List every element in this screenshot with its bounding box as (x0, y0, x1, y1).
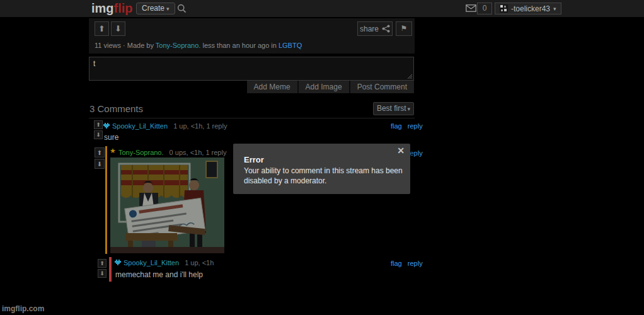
flag-meme-button[interactable]: ⚑ (396, 21, 412, 36)
nesting-bar-level1 (105, 146, 107, 254)
comment-meta: 1 up, <1h (185, 259, 214, 266)
page: imgflip Create▾ 0 -toelicker43 ▾ ⬆ ⬇ (0, 0, 644, 315)
comment-links: flag reply (387, 122, 423, 130)
reply-comment-link[interactable]: reply (408, 122, 423, 130)
flag-comment-link[interactable]: flag (391, 260, 402, 267)
comment-text: memechat me and i'll help (115, 270, 203, 279)
flag-comment-link[interactable]: flag (391, 122, 402, 130)
message-count-badge[interactable]: 0 (477, 3, 492, 14)
reply-meme-image[interactable] (110, 158, 224, 253)
user-avatar (500, 4, 508, 13)
op-username-link[interactable]: Tony-Soprano. (118, 149, 164, 156)
meme-info-line: 11 views · Made by Tony-Soprano. less th… (95, 42, 302, 49)
comment-actions: Add Meme Add Image Post Comment (89, 81, 414, 93)
flag-icon: ⚑ (401, 24, 408, 33)
views-count: 11 views (95, 42, 121, 49)
comment-downvote-button[interactable]: ⬇ (98, 269, 106, 278)
error-dialog-message: Your ability to comment in this stream h… (244, 166, 403, 186)
made-by-label: Made by (127, 42, 154, 49)
meme-meta-box: ⬆ ⬇ share ⚑ 11 views · Made by Tony-Sopr… (89, 18, 415, 54)
site-watermark: imgflip.com (2, 304, 44, 313)
mail-icon[interactable] (466, 4, 476, 12)
downvote-meme-button[interactable]: ⬇ (111, 21, 125, 36)
sort-label: Best first (377, 104, 406, 113)
nesting-bar-level2 (109, 257, 112, 282)
chevron-down-icon: ▾ (408, 106, 411, 112)
chevron-down-icon: ▾ (553, 6, 556, 12)
comment-upvote-button[interactable]: ⬆ (94, 120, 103, 129)
commenter-avatar[interactable] (103, 122, 110, 129)
comments-count-title: 3 Comments (89, 103, 143, 114)
comment-text: sure (104, 133, 118, 142)
commenter-avatar[interactable] (114, 259, 122, 266)
create-button[interactable]: Create▾ (136, 3, 175, 14)
comment-meta: 1 up, <1h, 1 reply (173, 122, 227, 130)
logo-img-text: img (91, 1, 114, 15)
up-arrow-icon: ⬆ (100, 260, 105, 266)
post-comment-button[interactable]: Post Comment (349, 81, 414, 93)
commenter-username-link[interactable]: Spooky_Lil_Kitten (112, 122, 168, 130)
down-arrow-icon: ⬇ (115, 24, 122, 33)
comment-upvote-button[interactable]: ⬆ (98, 259, 106, 268)
reply-meta: 0 ups, <1h, 1 reply (170, 149, 227, 156)
chevron-down-icon: ▾ (166, 6, 170, 12)
username-label: -toelicker43 (511, 4, 550, 13)
stream-link[interactable]: LGBTQ (279, 42, 302, 49)
error-dialog: ✕ Error Your ability to comment in this … (233, 144, 410, 194)
close-icon[interactable]: ✕ (397, 146, 405, 156)
commenter-username-link[interactable]: Spooky_Lil_Kitten (124, 259, 179, 266)
share-icon (382, 25, 390, 33)
down-arrow-icon: ⬇ (100, 270, 105, 277)
comment-header: Spooky_Lil_Kitten 1 up, <1h, 1 reply (112, 122, 227, 130)
comment-links: flag reply (387, 260, 423, 267)
share-button-label: share (360, 25, 379, 33)
comment-header: Spooky_Lil_Kitten 1 up, <1h (124, 259, 214, 266)
sort-comments-dropdown[interactable]: Best first▾ (373, 102, 414, 115)
share-button[interactable]: share (357, 21, 393, 36)
up-arrow-icon: ⬆ (96, 122, 101, 128)
logo-flip-text: flip (114, 1, 133, 15)
create-button-label: Create (142, 4, 164, 13)
imgflip-logo[interactable]: imgflip (91, 1, 133, 16)
down-arrow-icon: ⬇ (96, 132, 101, 138)
add-image-button[interactable]: Add Image (297, 81, 349, 93)
up-arrow-icon: ⬆ (97, 149, 102, 156)
top-nav: imgflip Create▾ 0 -toelicker43 ▾ (0, 0, 644, 17)
search-icon[interactable] (177, 4, 187, 13)
upvote-meme-button[interactable]: ⬆ (95, 21, 109, 36)
timestamp-label: less than an hour ago in (202, 42, 276, 49)
reply-downvote-button[interactable]: ⬇ (95, 159, 105, 169)
dot-separator: · (123, 42, 125, 49)
add-meme-button[interactable]: Add Meme (247, 81, 297, 93)
down-arrow-icon: ⬇ (97, 161, 102, 168)
reply-upvote-button[interactable]: ⬆ (95, 147, 105, 158)
reply-comment-link[interactable]: reply (408, 260, 423, 267)
comment-input[interactable] (89, 57, 414, 81)
error-dialog-title: Error (244, 155, 264, 164)
author-link[interactable]: Tony-Soprano. (156, 42, 201, 49)
up-arrow-icon: ⬆ (98, 24, 105, 33)
reply-header: Tony-Soprano. 0 ups, <1h, 1 reply (118, 149, 226, 156)
comment-downvote-button[interactable]: ⬇ (94, 130, 103, 139)
star-avatar-icon[interactable]: ★ (110, 147, 116, 155)
divider (89, 118, 415, 118)
user-menu[interactable]: -toelicker43 ▾ (495, 3, 561, 14)
